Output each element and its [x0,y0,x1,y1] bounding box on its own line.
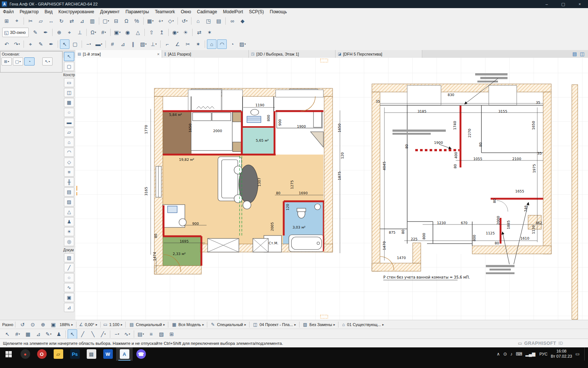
start-button[interactable] [0,347,17,361]
bt-pen-icon[interactable]: ✎▾ [44,329,53,339]
zoom-tool-icon[interactable]: ⌖ [26,39,35,49]
show-desktop-button[interactable] [584,347,587,361]
relative-coords-icon[interactable]: ⌐ [162,39,172,49]
morph-edit-icon-dropdown[interactable]: ▾ [244,43,246,46]
bt-pen-icon-dropdown[interactable]: ▾ [50,333,52,336]
door-tool[interactable]: ◫ [64,88,74,97]
line-tool[interactable]: ╱ [64,263,74,272]
roof-edit-icon[interactable]: ◠ [217,39,227,49]
floor-plan-canvas[interactable]: 5,84 м²11908009002000165019005,65 м²1770… [75,58,588,320]
renovation-filter-combo-arrow[interactable]: ▸ [382,323,384,326]
find-select-icon[interactable]: ⌖ [12,16,22,26]
taskbar-clock[interactable]: 16:08 Вт 07.02.23 [551,349,572,359]
pen-set-combo[interactable]: ✎Специальный▸ [209,322,247,327]
project-origin-icon[interactable]: ⊕ [54,28,64,37]
link-icon[interactable]: ∞ [227,16,237,26]
notification-center-icon[interactable]: ▭ [576,351,580,357]
guide-lines-icon-dropdown[interactable]: ▾ [119,31,121,34]
change-story-icon[interactable]: ◳ [204,16,213,26]
intersect-icon[interactable]: Ω [122,16,131,26]
arrow-quick-button-arrow[interactable]: ▸ [49,60,50,63]
offset-icon[interactable]: ∥ [128,39,138,49]
zoom-level-arrow[interactable]: ▸ [71,323,73,326]
mirror-icon[interactable]: ⇄ [67,16,76,26]
scale-arrow[interactable]: ▸ [121,323,123,326]
pen-color-icon-dropdown[interactable]: ▾ [101,43,103,46]
archicad-icon[interactable]: A [116,347,133,361]
tab-3d-selection[interactable]: ◳[3D / Выборка, Этаж 1] [249,50,336,58]
layouts-icon[interactable]: ▤ [214,16,223,26]
guide-lines-icon[interactable]: ▣▾ [112,28,122,37]
railing-tool[interactable]: ╫ [64,177,74,187]
quick-layers-combo-arrow[interactable]: ▸ [164,323,165,326]
maximize-button[interactable]: ▢ [555,0,571,8]
explorer-icon[interactable]: ▱ [50,347,67,361]
rotate-icon[interactable]: ↻ [57,16,66,26]
elevation-icon[interactable]: ⇧ [147,28,156,37]
zoom-out-icon[interactable]: ⊙ [28,320,37,329]
menu-modelport[interactable]: ModelPort [220,8,246,15]
tab-first-floor-close-icon[interactable]: × [157,52,159,56]
dimension-style-combo-arrow[interactable]: ▸ [294,323,296,326]
menu-teamwork[interactable]: Teamwork [152,8,178,15]
pen-color-icon[interactable]: ▬▾ [94,39,104,49]
figure-tool[interactable]: ▣ [64,293,74,302]
wall-tool[interactable]: ▭ [64,78,74,87]
tab-dfh5-perspective[interactable]: ◪[DFH 5 Перспектива] [336,50,422,58]
menu-документ[interactable]: Документ [97,8,122,15]
snap-guides-icon-dropdown[interactable]: ▾ [95,31,96,34]
fill-display-icon[interactable]: ▧▾ [139,39,148,49]
shell-edit-icon[interactable]: ◔ [227,39,237,49]
opening-tool[interactable]: ◎ [64,237,74,246]
curtain-wall-tool[interactable]: ▤ [64,187,74,197]
adjust-icon[interactable]: ▱ [36,16,46,26]
marquee-options-icon-dropdown[interactable]: ▾ [108,20,109,22]
toolbox-box-button[interactable]: ▢▸ [13,57,23,66]
morph-tool[interactable]: ◇ [64,158,74,167]
zoom-window-icon[interactable]: ▣ [49,320,58,329]
drawing-area[interactable]: 5,84 м²11908009002000165019005,65 м²1770… [75,58,588,320]
more-tools[interactable]: ⊿ [64,303,74,312]
menu-параметры[interactable]: Параметры [122,8,152,15]
notes-icon[interactable]: ▤ [83,347,100,361]
orbit-icon[interactable]: ↺▾ [180,16,189,26]
scale-control[interactable]: 1:100 ▸ [108,322,123,327]
lamp-tool[interactable]: ☀ [64,227,74,236]
bt-line3-icon[interactable]: ╱▾ [98,329,108,339]
arrow-mode-icon[interactable]: ↖ [60,39,69,49]
browser-icon[interactable]: ● [17,347,33,361]
redo-icon-dropdown[interactable]: ▾ [19,43,20,46]
roof-tool[interactable]: ⌂ [64,138,74,147]
bt-object-icon[interactable]: ♟ [54,329,64,339]
gravity-icon[interactable]: ⊥ [75,28,85,37]
zoom-previous-icon[interactable]: ↺ [18,320,27,329]
design-layer-icon[interactable]: ⌂ [207,39,216,49]
adjacent-drawing-strip[interactable] [572,85,578,319]
raise-icon[interactable]: ↥ [157,28,166,37]
menu-вид[interactable]: Вид [42,8,55,15]
group-icon[interactable]: ◇▾ [166,16,176,26]
bt-arrow-icon[interactable]: ↖ [3,329,12,339]
zoom-level-control[interactable]: 188% ▸ [58,322,74,327]
trim-elements-icon[interactable]: ⊟ [111,16,121,26]
floor-plan-right[interactable]: 3583035318531551740227016508019008040080… [372,73,551,280]
quick-options-icon[interactable]: ⊞ [2,16,11,26]
bt-curve-icon[interactable]: ∿▾ [122,329,132,339]
split-edit-icon[interactable]: ✂ [183,39,193,49]
stretch-icon[interactable]: ↔ [46,16,56,26]
anchor-icon[interactable]: ⊥▾ [149,39,158,49]
home-story-icon[interactable]: ⌂ [193,16,203,26]
rotation-angle-arrow[interactable]: ▸ [96,323,97,326]
bt-list-icon[interactable]: ≡ [146,329,156,339]
object-tool[interactable]: ♟ [64,217,74,226]
renovation-filter-combo[interactable]: ⌂01 Существующ...▸ [340,322,385,327]
beam-tool[interactable]: ▬ [64,118,74,127]
bt-more-icon[interactable]: ⊞ [167,329,176,339]
column-tool[interactable]: ○ [64,108,74,117]
structure-display-combo[interactable]: ▦Вся Модель▸ [170,322,205,327]
snap-points-icon[interactable]: ◉ [123,28,132,37]
pen-set-combo-arrow[interactable]: ▸ [244,323,246,326]
toolbox-compact-button[interactable]: ⊞▸ [1,57,12,66]
tray-expand-icon[interactable]: ∧ [497,351,500,357]
split-icon[interactable]: ✂ [26,16,35,26]
